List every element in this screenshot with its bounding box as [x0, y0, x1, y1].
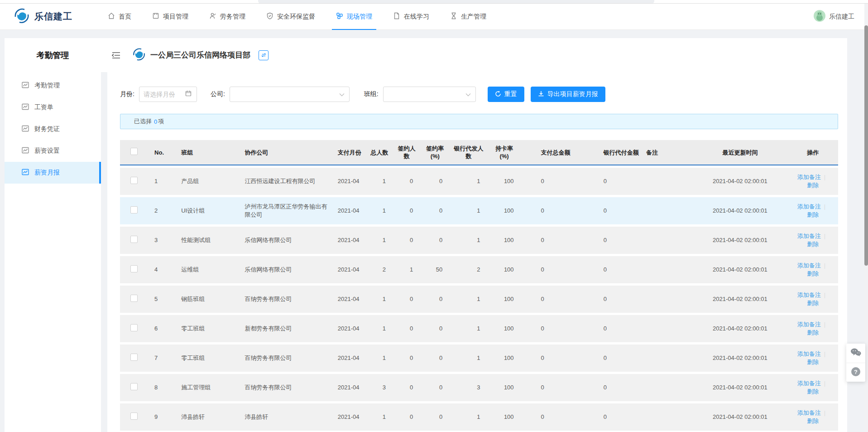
delete-link[interactable]: 删除 — [807, 417, 819, 424]
row-checkbox[interactable] — [130, 236, 138, 243]
sidebar-item-salary-monthly-report[interactable]: 薪资月报 — [5, 162, 101, 184]
delete-link[interactable]: 删除 — [807, 270, 819, 277]
delete-link[interactable]: 删除 — [807, 182, 819, 189]
team-label: 班组: — [364, 90, 379, 98]
add-note-link[interactable]: 添加备注 — [797, 409, 821, 416]
add-note-link[interactable]: 添加备注 — [797, 233, 821, 239]
col-no: No. — [148, 140, 177, 165]
main-nav: 首页 项目管理 劳务管理 安全环保监督 — [108, 4, 486, 30]
cell-note — [643, 286, 692, 313]
add-note-link[interactable]: 添加备注 — [797, 380, 821, 387]
delete-link[interactable]: 删除 — [807, 300, 819, 306]
row-checkbox[interactable] — [130, 383, 138, 390]
nav-item-site[interactable]: 现场管理 — [336, 4, 372, 30]
cell-note — [643, 345, 692, 372]
cell-pay-month: 2021-04 — [334, 315, 366, 342]
add-note-link[interactable]: 添加备注 — [797, 174, 821, 180]
cell-company: 沛县皓轩 — [241, 403, 334, 431]
cell-bank-count: 1 — [450, 345, 487, 372]
calendar-icon — [185, 90, 192, 98]
sidebar-item-label: 工资单 — [34, 103, 53, 112]
month-input[interactable] — [144, 91, 185, 98]
row-checkbox[interactable] — [130, 413, 138, 420]
nav-item-project[interactable]: 项目管理 — [152, 4, 188, 30]
cell-updated: 2021-04-02 02:00:01 — [692, 374, 787, 401]
col-pay-month: 支付月份 — [334, 140, 366, 165]
row-checkbox[interactable] — [130, 295, 138, 302]
export-report-button[interactable]: 导出项目薪资月报 — [531, 87, 605, 102]
delete-link[interactable]: 删除 — [807, 211, 819, 218]
reset-label: 重置 — [504, 90, 517, 98]
switch-project-icon[interactable] — [259, 50, 269, 60]
nav-item-learning[interactable]: 在线学习 — [393, 4, 429, 30]
add-note-link[interactable]: 添加备注 — [797, 291, 821, 298]
delete-link[interactable]: 删除 — [807, 359, 819, 365]
delete-link[interactable]: 删除 — [807, 329, 819, 336]
sidebar-item-label: 考勤管理 — [34, 82, 60, 90]
cell-total: 1 — [366, 286, 393, 313]
scrollbar-thumb[interactable] — [864, 25, 868, 266]
sidebar-item-payslip[interactable]: 工资单 — [5, 97, 101, 118]
team-select[interactable] — [383, 87, 476, 102]
add-note-link[interactable]: 添加备注 — [797, 203, 821, 210]
reset-button[interactable]: 重置 — [488, 87, 524, 102]
nav-item-production[interactable]: 生产管理 — [450, 4, 486, 30]
cell-updated: 2021-04-02 02:00:01 — [692, 315, 787, 342]
select-all-checkbox[interactable] — [130, 148, 138, 155]
row-checkbox[interactable] — [130, 177, 138, 184]
reload-icon — [495, 91, 501, 98]
cell-sign-rate: 0 — [420, 403, 450, 431]
sidebar-item-attendance[interactable]: 考勤管理 — [5, 75, 101, 97]
cell-pay-month: 2021-04 — [334, 256, 366, 283]
cell-company: 百纳劳务有限公司 — [241, 286, 334, 313]
nav-item-labor[interactable]: 劳务管理 — [209, 4, 245, 30]
wechat-button[interactable] — [846, 344, 865, 363]
cell-pay-month: 2021-04 — [334, 345, 366, 372]
cell-pay-month: 2021-04 — [334, 374, 366, 401]
row-checkbox[interactable] — [130, 324, 138, 331]
help-button[interactable]: ? — [846, 363, 865, 382]
cell-team: UI设计组 — [177, 197, 241, 224]
project-logo-icon — [132, 48, 146, 63]
collapse-sidebar-icon[interactable] — [112, 52, 120, 59]
table-header-row: No. 班组 协作公司 支付月份 总人数 签约人数 签约率(%) 银行代发人数 … — [120, 140, 838, 165]
project-icon — [152, 12, 159, 21]
link-divider: | — [824, 380, 825, 387]
cell-updated: 2021-04-02 02:00:01 — [692, 197, 787, 224]
nav-item-home[interactable]: 首页 — [108, 4, 131, 30]
company-select[interactable] — [230, 87, 350, 102]
brand-logo-icon — [14, 8, 30, 26]
cell-bank-count: 3 — [450, 374, 487, 401]
cell-signed: 0 — [393, 286, 420, 313]
page-title: 一公局三公司乐信网络项目部 — [150, 50, 250, 60]
chart-icon — [22, 147, 29, 155]
add-note-link[interactable]: 添加备注 — [797, 321, 821, 328]
add-note-link[interactable]: 添加备注 — [797, 350, 821, 357]
add-note-link[interactable]: 添加备注 — [797, 262, 821, 269]
cell-bank-count: 2 — [450, 256, 487, 283]
cell-company: 新都劳务有限公司 — [241, 315, 334, 342]
cell-note — [643, 227, 692, 254]
cell-company: 乐信网络有限公司 — [241, 227, 334, 254]
user-menu[interactable]: 乐信建工 — [814, 10, 854, 23]
row-checkbox[interactable] — [130, 354, 138, 361]
cell-bank-count: 1 — [450, 197, 487, 224]
nav-item-safety[interactable]: 安全环保监督 — [266, 4, 315, 30]
wechat-icon — [850, 348, 861, 359]
nav-label: 在线学习 — [404, 13, 429, 21]
row-checkbox[interactable] — [130, 265, 138, 272]
cell-pay-total: 0 — [521, 374, 584, 401]
cell-signed: 0 — [393, 345, 420, 372]
sidebar-item-voucher[interactable]: 财务凭证 — [5, 118, 101, 140]
cell-note — [643, 315, 692, 342]
delete-link[interactable]: 删除 — [807, 241, 819, 248]
link-divider: | — [824, 233, 825, 239]
month-label: 月份: — [120, 90, 134, 98]
cell-updated: 2021-04-02 02:00:01 — [692, 256, 787, 283]
delete-link[interactable]: 删除 — [807, 388, 819, 395]
cell-bank-pay: 0 — [584, 403, 643, 431]
sidebar: 考勤管理 工资单 财务凭证 薪资设置 薪资月报 — [5, 72, 101, 432]
sidebar-item-salary-settings[interactable]: 薪资设置 — [5, 140, 101, 162]
month-picker[interactable] — [139, 87, 197, 102]
row-checkbox[interactable] — [130, 206, 138, 214]
